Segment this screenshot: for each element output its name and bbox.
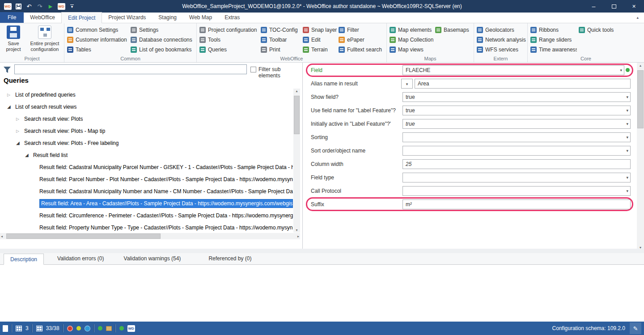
- collapse-ribbon-icon[interactable]: ▴: [636, 15, 639, 20]
- chevron-down-icon[interactable]: ▾: [626, 146, 628, 155]
- tree-item[interactable]: Result field: Parcel Number - Plot Numbe…: [0, 173, 293, 185]
- scrollbar-thumb[interactable]: [6, 233, 161, 239]
- basemaps-button[interactable]: Basemaps: [435, 25, 471, 35]
- tab-validation-errors[interactable]: Validation errors (0): [51, 253, 110, 264]
- tab-web-map[interactable]: Web Map: [183, 12, 218, 23]
- customer-information-button[interactable]: Customer information: [67, 35, 129, 45]
- entire-project-configuration-button[interactable]: Entire project configuration: [27, 25, 63, 52]
- tables-button[interactable]: Tables: [67, 45, 129, 55]
- maximize-button[interactable]: [604, 0, 624, 13]
- expander-expanded-icon[interactable]: ◢: [16, 140, 22, 145]
- scroll-up-icon[interactable]: ▴: [293, 89, 300, 93]
- epaper-button[interactable]: ePaper: [339, 35, 385, 45]
- column-width-input[interactable]: 25: [402, 159, 631, 169]
- scroll-left-icon[interactable]: ◂: [1, 234, 3, 238]
- weboffice-icon[interactable]: WD: [56, 1, 66, 12]
- fulltext-search-button[interactable]: Fulltext search: [339, 45, 385, 55]
- chevron-down-icon[interactable]: ▾: [620, 66, 622, 75]
- minimize-button[interactable]: –: [584, 0, 604, 13]
- chevron-down-icon[interactable]: ▾: [626, 133, 628, 142]
- scroll-up-icon[interactable]: ▴: [637, 64, 644, 68]
- chevron-down-icon[interactable]: ▾: [626, 187, 628, 195]
- close-button[interactable]: ×: [624, 0, 644, 13]
- tree-item[interactable]: ◢Search result view: Plots - Free labeli…: [0, 137, 293, 149]
- queries-button[interactable]: Queries: [199, 45, 259, 55]
- tree-item[interactable]: Result field: Cadastral Municipality Num…: [0, 185, 293, 197]
- tree-item[interactable]: Result field: Property Number Type - Typ…: [0, 221, 293, 233]
- map-collection-button[interactable]: Map Collection: [390, 35, 433, 45]
- toolbar-button[interactable]: Toolbar: [261, 35, 301, 45]
- filter-input[interactable]: [14, 64, 247, 74]
- wfs-services-button[interactable]: WFS services: [477, 45, 526, 55]
- field-type-combobox[interactable]: ▾: [402, 173, 631, 182]
- save-icon[interactable]: [13, 1, 23, 12]
- tree-item-selected[interactable]: Result field: Area - Area - Cadaster//Pl…: [0, 197, 293, 209]
- tree-item[interactable]: ▷List of predefined queries: [0, 89, 293, 101]
- horizontal-splitter[interactable]: [0, 249, 644, 253]
- tree-vertical-scrollbar[interactable]: ▴ ▾: [293, 89, 300, 233]
- scrollbar-thumb[interactable]: [637, 70, 644, 128]
- expander-expanded-icon[interactable]: ◢: [25, 153, 31, 157]
- show-field-combobox[interactable]: true▾: [402, 92, 631, 102]
- tab-file[interactable]: File: [0, 12, 24, 23]
- snap-layers-button[interactable]: Snap layers: [303, 25, 337, 35]
- tree-item[interactable]: Result field: Cadastral Municipality Par…: [0, 161, 293, 173]
- expander-collapsed-icon[interactable]: ▷: [16, 129, 22, 133]
- time-awareness-button[interactable]: Time awareness: [530, 45, 577, 55]
- field-combobox[interactable]: FLAECHE▾: [402, 65, 624, 75]
- undo-icon[interactable]: ↶: [24, 1, 34, 12]
- weboffice-status-icon[interactable]: WD: [127, 325, 135, 332]
- alias-input[interactable]: Area: [415, 79, 631, 89]
- chevron-down-icon[interactable]: ▾: [626, 106, 628, 115]
- toc-config-button[interactable]: TOC-Config: [261, 25, 301, 35]
- geolocators-button[interactable]: Geolocators: [477, 25, 526, 35]
- tab-validation-warnings[interactable]: Validation warnings (54): [118, 253, 187, 264]
- tree-item[interactable]: ◢List of search result views: [0, 101, 293, 113]
- expander-collapsed-icon[interactable]: ▷: [7, 93, 13, 97]
- property-panel-scrollbar[interactable]: ▴ ▾: [637, 63, 644, 250]
- sorting-combobox[interactable]: ▾: [402, 132, 631, 142]
- use-field-name-combobox[interactable]: true▾: [402, 106, 631, 115]
- chevron-down-icon[interactable]: ▾: [626, 119, 628, 128]
- initially-active-combobox[interactable]: true▾: [402, 119, 631, 129]
- chevron-down-icon[interactable]: ▾: [626, 173, 628, 182]
- tree-item[interactable]: ▷Search result view: Plots: [0, 113, 293, 125]
- edit-pencil-icon[interactable]: ✎: [630, 322, 641, 334]
- range-sliders-button[interactable]: Range sliders: [530, 35, 577, 45]
- scrollbar-thumb[interactable]: [294, 96, 300, 134]
- call-protocol-combobox[interactable]: ▾: [402, 186, 631, 196]
- filter-button[interactable]: Filter: [339, 25, 385, 35]
- tab-weboffice[interactable]: WebOffice: [24, 12, 61, 23]
- tab-edit-project[interactable]: Edit Project: [61, 12, 102, 23]
- tab-referenced-by[interactable]: Referenced by (0): [202, 253, 258, 264]
- suffix-input[interactable]: m²: [402, 199, 631, 209]
- tools-button[interactable]: Tools: [199, 35, 259, 45]
- ribbons-button[interactable]: Ribbons: [530, 25, 577, 35]
- qat-customize-icon[interactable]: ▾: [67, 1, 77, 12]
- edit-button[interactable]: Edit: [303, 35, 337, 45]
- tab-staging[interactable]: Staging: [152, 12, 183, 23]
- tree-item[interactable]: ▷Search result view: Plots - Map tip: [0, 125, 293, 137]
- tree-item[interactable]: Result field: Circumference - Perimeter …: [0, 209, 293, 221]
- geo-bookmarks-button[interactable]: List of geo bookmarks: [131, 45, 198, 55]
- tree-horizontal-scrollbar[interactable]: ◂ ▸: [0, 233, 300, 239]
- redo-icon[interactable]: ↷: [35, 1, 45, 12]
- chevron-down-icon[interactable]: ▾: [626, 93, 628, 102]
- validation-status-icon[interactable]: [67, 326, 73, 331]
- expander-collapsed-icon[interactable]: ▷: [16, 117, 22, 121]
- database-connections-button[interactable]: Database connections: [131, 35, 198, 45]
- map-views-button[interactable]: Map views: [390, 45, 433, 55]
- project-configuration-button[interactable]: Project configuration: [199, 25, 259, 35]
- scroll-down-icon[interactable]: ▾: [293, 228, 300, 232]
- network-analysis-button[interactable]: Network analysis: [477, 35, 526, 45]
- common-settings-button[interactable]: Common Settings: [67, 25, 129, 35]
- print-button[interactable]: Print: [261, 45, 301, 55]
- run-icon[interactable]: ▶: [46, 1, 55, 12]
- tab-description[interactable]: Description: [4, 254, 44, 265]
- service-globe-icon[interactable]: [85, 326, 90, 331]
- map-elements-button[interactable]: Map elements: [390, 25, 433, 35]
- tab-project-wizards[interactable]: Project Wizards: [102, 12, 152, 23]
- tab-extras[interactable]: Extras: [218, 12, 246, 23]
- quick-tools-button[interactable]: Quick tools: [579, 25, 620, 35]
- settings-button[interactable]: Settings: [131, 25, 198, 35]
